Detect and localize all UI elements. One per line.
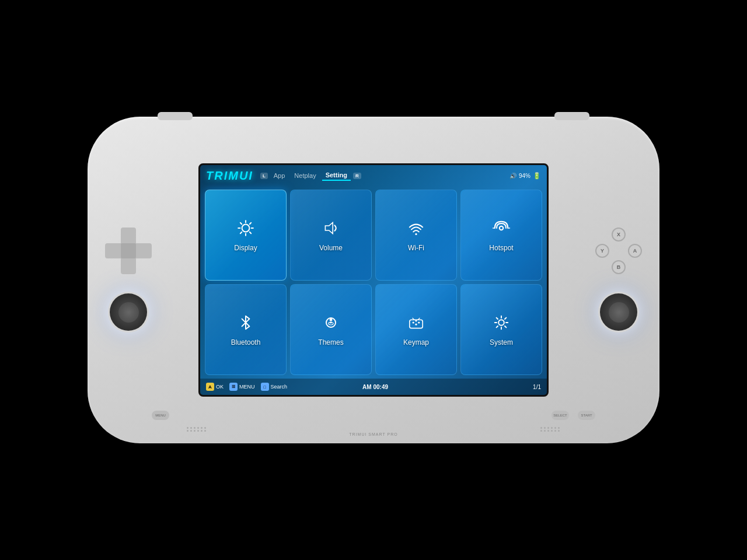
left-controls (105, 228, 152, 332)
right-joystick-cap (609, 302, 629, 323)
a-badge: A (206, 383, 214, 391)
tab-netplay[interactable]: Netplay (291, 171, 319, 180)
menu-small-btn[interactable]: MENU (152, 411, 169, 420)
dpad[interactable] (105, 228, 152, 274)
start-label: START (581, 414, 592, 417)
right-speaker-dots (540, 427, 560, 432)
menu-badge: ☰ (229, 383, 238, 391)
svg-rect-18 (410, 320, 423, 328)
select-small-btn[interactable]: SELECT (551, 411, 569, 420)
grid-item-system[interactable]: System (460, 284, 542, 375)
hotspot-label: Hotspot (489, 244, 513, 252)
select-label: SELECT (553, 414, 567, 417)
menu-small-label: MENU (155, 414, 166, 417)
battery-percent: 94% (519, 173, 530, 179)
device-shell: TRIMUI L App Netplay Setting R 🔊 94% 🔋 (88, 117, 659, 443)
search-button[interactable]: □ Search (261, 383, 288, 391)
svg-point-25 (498, 320, 504, 326)
display-label: Display (234, 244, 257, 252)
right-controls: X B Y A (595, 228, 642, 332)
grid-item-display[interactable]: Display (205, 190, 287, 281)
left-speaker (187, 427, 207, 432)
svg-point-19 (413, 321, 414, 323)
screen-content: TRIMUI L App Netplay Setting R 🔊 94% 🔋 (200, 165, 547, 395)
themes-icon (322, 313, 340, 335)
svg-point-17 (330, 321, 331, 323)
start-small-btn[interactable]: START (578, 411, 595, 420)
footer-time: AM 00:49 (362, 384, 388, 390)
search-badge: □ (261, 383, 269, 391)
left-speaker-dots (187, 427, 207, 432)
grid-item-hotspot[interactable]: Hotspot (460, 190, 542, 281)
grid-item-keymap[interactable]: Keymap (375, 284, 457, 375)
left-nav-badge: L (260, 173, 268, 179)
menu-button[interactable]: ☰ MENU (229, 383, 255, 391)
nav-tabs: L App Netplay Setting R (260, 170, 361, 181)
right-speaker (540, 427, 560, 432)
grid-item-volume[interactable]: Volume (290, 190, 372, 281)
svg-marker-9 (325, 222, 333, 233)
dpad-center (121, 243, 136, 258)
face-btn-x[interactable]: X (612, 228, 626, 242)
wifi-icon (407, 219, 425, 240)
header: TRIMUI L App Netplay Setting R 🔊 94% 🔋 (200, 165, 547, 186)
right-joystick[interactable] (598, 292, 639, 332)
keymap-icon (407, 313, 425, 335)
svg-point-16 (329, 322, 333, 325)
status-bar: 🔊 94% 🔋 (509, 172, 541, 180)
svg-line-5 (240, 222, 242, 223)
svg-line-6 (250, 232, 251, 233)
svg-line-23 (413, 318, 414, 320)
face-btn-a[interactable]: A (628, 244, 642, 258)
svg-point-15 (330, 318, 333, 321)
volume-label: Volume (319, 244, 343, 252)
face-btn-b[interactable]: B (612, 260, 626, 274)
left-joystick-cap (118, 302, 139, 323)
svg-line-24 (418, 318, 420, 320)
bluetooth-label: Bluetooth (231, 338, 261, 346)
face-btn-y[interactable]: Y (595, 244, 609, 258)
wifi-label: Wi-Fi (408, 244, 424, 252)
svg-point-10 (415, 233, 417, 235)
left-small-buttons: MENU (152, 411, 169, 420)
keymap-label: Keymap (403, 338, 429, 346)
display-icon (236, 219, 255, 240)
face-buttons: X B Y A (595, 228, 642, 274)
tab-setting[interactable]: Setting (322, 170, 351, 181)
volume-icon: 🔊 (509, 173, 516, 179)
grid-item-bluetooth[interactable]: Bluetooth (205, 284, 287, 375)
tab-app[interactable]: App (270, 171, 289, 180)
search-label: Search (271, 384, 288, 390)
footer: A OK ☰ MENU □ Search AM 00:49 1/1 (200, 379, 547, 395)
themes-label: Themes (318, 338, 343, 346)
svg-line-8 (240, 232, 242, 233)
svg-point-20 (415, 320, 417, 321)
right-shoulder-button[interactable] (554, 112, 589, 120)
system-icon (492, 313, 511, 335)
system-label: System (490, 338, 513, 346)
left-shoulder-button[interactable] (158, 112, 193, 120)
svg-point-0 (242, 224, 250, 232)
volume-icon (322, 219, 340, 240)
hotspot-icon (492, 219, 511, 240)
bluetooth-icon (236, 313, 255, 335)
grid-item-wifi[interactable]: Wi-Fi (375, 190, 457, 281)
svg-line-7 (250, 222, 251, 223)
battery-icon: 🔋 (533, 172, 541, 180)
logo: TRIMUI (206, 169, 253, 183)
right-small-buttons: SELECT START (551, 411, 595, 420)
svg-point-21 (418, 321, 420, 323)
svg-point-14 (326, 318, 336, 327)
ok-label: OK (216, 384, 224, 390)
right-nav-badge: R (353, 173, 361, 179)
menu-label: MENU (239, 384, 255, 390)
left-joystick[interactable] (108, 292, 149, 332)
footer-page: 1/1 (533, 384, 541, 390)
settings-grid: Display Volume (200, 186, 547, 379)
svg-point-22 (415, 323, 417, 325)
grid-item-themes[interactable]: Themes (290, 284, 372, 375)
screen: TRIMUI L App Netplay Setting R 🔊 94% 🔋 (198, 163, 549, 397)
brand-label: TRIMUI SMART PRO (349, 432, 397, 436)
ok-button[interactable]: A OK (206, 383, 224, 391)
svg-point-11 (500, 226, 503, 229)
